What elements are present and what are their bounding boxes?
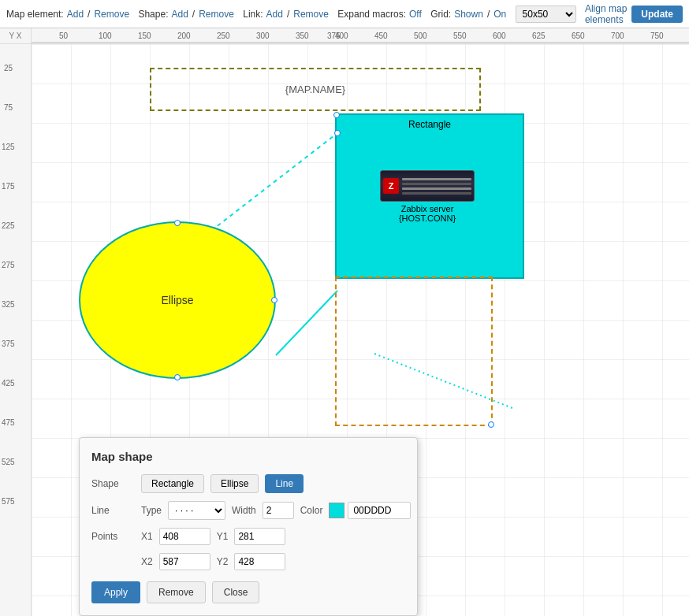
ellipse-label: Ellipse <box>161 294 193 306</box>
dialog-buttons: Apply Remove Close <box>91 581 405 603</box>
grid-on-link[interactable]: On <box>493 9 506 20</box>
type-label: Type <box>141 505 162 516</box>
server-image: Z <box>380 170 475 202</box>
ruler-mark-y325: 325 <box>2 300 15 309</box>
x2-input[interactable] <box>159 553 210 570</box>
remove-button[interactable]: Remove <box>147 581 206 603</box>
width-label: Width <box>232 505 256 516</box>
ruler-mark-y175: 175 <box>2 182 15 191</box>
rect-label: Rectangle <box>337 119 523 130</box>
server-line-2 <box>402 183 471 185</box>
shape-label: Shape: <box>138 9 168 20</box>
ruler-mark-y475: 475 <box>2 418 15 427</box>
grid-shown-link[interactable]: Shown <box>454 9 483 20</box>
link-label: Link: <box>243 9 263 20</box>
map-element-remove-link[interactable]: Remove <box>94 9 129 20</box>
map-element-add-link[interactable]: Add <box>67 9 84 20</box>
ruler-mark-550: 550 <box>453 32 467 40</box>
ruler-mark-y525: 525 <box>2 458 15 466</box>
points-row: Points X1 Y1 <box>91 528 405 545</box>
y2-input[interactable] <box>234 553 285 570</box>
conn-point-sel-br[interactable] <box>488 421 494 428</box>
server-icon[interactable]: Z Zabbix server{HOST.CONN} <box>372 170 482 225</box>
conn-point-line-start[interactable] <box>334 130 341 136</box>
ruler-mark-700: 700 <box>611 32 624 40</box>
sep4: / <box>487 9 490 20</box>
ruler-mark-250: 250 <box>217 32 230 40</box>
ruler-mark-100: 100 <box>99 32 112 40</box>
ruler-mark-650: 650 <box>572 32 585 40</box>
grid-size-select[interactable]: 50x50 25x25 75x75 100x100 <box>516 6 576 23</box>
server-line-1 <box>402 178 471 180</box>
map-content: {MAP.NAME} Rectangle Z Zabbix server{HOS… <box>32 44 689 616</box>
ruler-mark-300: 300 <box>256 32 270 40</box>
ruler-mark-600: 600 <box>493 32 506 40</box>
color-label: Color <box>300 505 323 516</box>
server-z-badge: Z <box>383 178 399 194</box>
server-line-3 <box>402 187 471 190</box>
expand-label: Expand macros: <box>337 9 406 20</box>
line-row: Line Type · · · · — — — ───── -·-·- Widt… <box>91 501 405 520</box>
shape-ellipse-btn[interactable]: Ellipse <box>210 474 259 493</box>
shape-remove-link[interactable]: Remove <box>199 9 234 20</box>
align-link[interactable]: Align map elements <box>585 3 628 25</box>
ellipse-shape[interactable]: Ellipse <box>79 221 276 379</box>
conn-point-rect-tl[interactable] <box>333 112 340 118</box>
shape-add-link[interactable]: Add <box>171 9 188 20</box>
line-type-select[interactable]: · · · · — — — ───── -·-·- <box>168 501 225 520</box>
svg-line-4 <box>374 354 512 408</box>
ruler-mark-400: 400 <box>335 32 348 40</box>
x1-label: X1 <box>141 531 153 542</box>
ruler-mark-150: 150 <box>138 32 151 40</box>
ruler-mark-y225: 225 <box>2 221 15 230</box>
ruler-mark-50: 50 <box>59 32 68 40</box>
ruler-mark-625: 625 <box>532 32 546 40</box>
ruler-mark-350: 350 <box>296 32 309 40</box>
ruler-mark-y575: 575 <box>2 497 15 506</box>
width-input[interactable] <box>263 502 294 519</box>
ruler-mark-200: 200 <box>177 32 191 40</box>
server-line-4 <box>402 192 471 195</box>
sep3: / <box>287 9 289 20</box>
shape-line-btn[interactable]: Line <box>265 474 304 493</box>
conn-point-ellipse-top[interactable] <box>174 220 181 226</box>
x1-input[interactable] <box>159 528 210 545</box>
ruler-mark-y275: 275 <box>2 261 15 269</box>
server-caption: Zabbix server{HOST.CONN} <box>399 204 456 223</box>
color-swatch[interactable] <box>329 503 344 518</box>
ruler-mark-y25: 25 <box>4 64 13 72</box>
grid-label: Grid: <box>430 9 451 20</box>
map-name-box: {MAP.NAME} <box>150 68 481 111</box>
apply-button[interactable]: Apply <box>91 581 140 603</box>
ruler-top-svg <box>32 28 689 44</box>
server-body-lines <box>402 178 471 195</box>
ruler-mark-y375: 375 <box>2 340 15 348</box>
ruler-mark-y75: 75 <box>4 103 13 112</box>
map-shape-dialog: Map shape Shape Rectangle Ellipse Line L… <box>79 437 418 616</box>
shape-row: Shape Rectangle Ellipse Line <box>91 474 405 493</box>
corner-label: Y X <box>0 28 32 44</box>
x2-label: X2 <box>141 556 153 567</box>
rect-shape[interactable]: Rectangle Z Zabbix server{HOST.CONN} <box>335 113 524 279</box>
link-remove-link[interactable]: Remove <box>293 9 329 20</box>
ruler-mark-750: 750 <box>650 32 664 40</box>
ruler-left: 25 75 125 175 225 275 325 375 425 475 52… <box>0 44 32 616</box>
y2-label: Y2 <box>217 556 229 567</box>
ruler-mark-500: 500 <box>414 32 427 40</box>
expand-off-link[interactable]: Off <box>409 9 422 20</box>
update-button[interactable]: Update <box>631 6 683 23</box>
color-input[interactable] <box>348 502 411 519</box>
ruler-top: 50 100 150 200 250 300 350 375 400 450 5… <box>32 28 689 44</box>
conn-point-ellipse-right[interactable] <box>271 297 277 303</box>
y1-input[interactable] <box>234 528 285 545</box>
link-add-link[interactable]: Add <box>266 9 283 20</box>
line-row-label: Line <box>91 505 135 516</box>
ruler-mark-y425: 425 <box>2 379 15 388</box>
dialog-title: Map shape <box>91 450 405 463</box>
conn-point-ellipse-bottom[interactable] <box>174 374 181 380</box>
y1-label: Y1 <box>217 531 229 542</box>
toolbar: Map element: Add / Remove Shape: Add / R… <box>0 0 689 28</box>
xy2-row: X2 Y2 <box>91 553 405 570</box>
close-button[interactable]: Close <box>212 581 260 603</box>
shape-rectangle-btn[interactable]: Rectangle <box>141 474 204 493</box>
